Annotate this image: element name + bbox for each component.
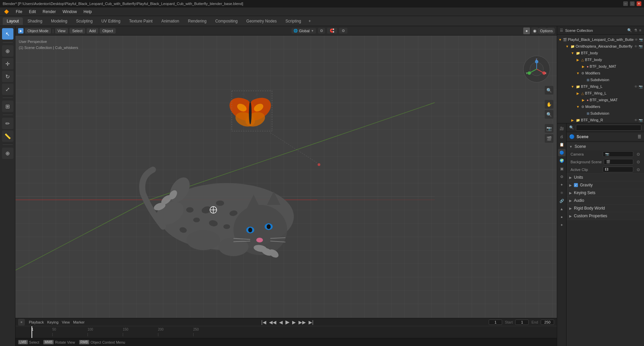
data-properties-icon[interactable]: ▲ [558, 205, 566, 213]
tab-shading[interactable]: Shading [23, 17, 46, 25]
object-properties-icon[interactable]: ▣ [558, 165, 566, 172]
view-layer-properties-icon[interactable]: 📋 [558, 141, 566, 148]
minimize-button[interactable]: ─ [623, 1, 628, 6]
select-menu[interactable]: Select [69, 28, 85, 34]
shaderfx-properties-icon[interactable]: ✦ [558, 221, 566, 229]
props-menu-icon[interactable]: ☰ [638, 134, 641, 139]
outliner-row-btf-wing-l-mesh[interactable]: ▶ △ BTF_Wing_L [557, 90, 644, 97]
rigid-body-world-section-header[interactable]: ▶ Rigid Body World [567, 205, 644, 212]
playback-menu[interactable]: Playback [28, 320, 45, 325]
row-cam-icon[interactable]: 📷 [639, 38, 643, 42]
menu-file[interactable]: File [14, 9, 23, 15]
audio-section-header[interactable]: ▶ Audio [567, 197, 644, 204]
gravity-checkbox[interactable]: ✓ [574, 183, 578, 187]
hand-tool[interactable]: ✋ [545, 100, 553, 109]
row-cam-icon[interactable]: 📷 [639, 45, 643, 48]
tab-layout[interactable]: Layout [3, 17, 23, 25]
gravity-section-header[interactable]: ▶ ✓ Gravity [567, 181, 644, 189]
particles-properties-icon[interactable]: ✦ [558, 181, 566, 188]
row-cam-icon[interactable]: 📷 [639, 118, 643, 122]
view-menu[interactable]: View [55, 28, 68, 34]
jump-start-btn[interactable]: |◀ [261, 319, 267, 326]
constraints-properties-icon[interactable]: 🔗 [558, 197, 566, 205]
prev-frame-btn[interactable]: ◀ [278, 319, 283, 326]
sidebar-measure-tool[interactable]: 📏 [2, 130, 13, 142]
outliner-search-icon[interactable]: 🔍 [627, 28, 632, 33]
add-workspace-button[interactable]: + [306, 17, 314, 25]
active-clip-value[interactable]: 🎞 [603, 167, 633, 172]
outliner-filter-icon[interactable]: ⚗ [634, 28, 637, 33]
outliner-row-btf-wings-mat[interactable]: ▶ ● BTF_wings_MAT [557, 97, 644, 103]
scene-section-header[interactable]: ▼ Scene [567, 143, 644, 150]
view-menu-timeline[interactable]: View [60, 320, 71, 325]
outliner-options-icon[interactable]: ≡ [639, 28, 641, 33]
proportional-edit-btn[interactable]: ⊙ [339, 28, 347, 34]
viewport-shading-solid[interactable]: ● [523, 27, 530, 34]
tab-rendering[interactable]: Rendering [184, 17, 210, 25]
tab-modeling[interactable]: Modeling [47, 17, 71, 25]
play-btn[interactable]: ▶ [285, 318, 290, 326]
row-eye-icon[interactable]: 👁 [634, 118, 638, 122]
menu-render[interactable]: Render [41, 9, 57, 15]
row-eye-icon[interactable]: 👁 [634, 45, 638, 48]
jump-end-btn[interactable]: ▶| [308, 319, 314, 326]
tab-compositing[interactable]: Compositing [211, 17, 242, 25]
material-properties-icon[interactable]: ● [558, 213, 566, 221]
jump-next-keyframe-btn[interactable]: ▶▶ [298, 319, 307, 326]
physics-properties-icon[interactable]: ⚛ [558, 189, 566, 196]
outliner-row-btf-wing-r[interactable]: ▶ 📁 BTF_Wing_R 👁 📷 [557, 117, 644, 123]
bg-scene-select-icon[interactable]: ⊙ [637, 160, 640, 164]
units-section-header[interactable]: ▶ Units [567, 174, 644, 181]
viewport-canvas[interactable]: User Perspective (1) Scene Collection | … [15, 36, 557, 318]
render-properties-icon[interactable]: 🎥 [558, 125, 566, 132]
sidebar-add-tool[interactable]: ⊕ [2, 148, 13, 159]
search-tool[interactable]: 🔍 [545, 86, 553, 95]
viewport-gizmo[interactable]: Z X Y [523, 56, 550, 82]
menu-window[interactable]: Window [61, 9, 78, 15]
outliner-row-btf-body-col[interactable]: ▼ 📁 BTF_body [557, 50, 644, 56]
outliner-row-btf-body-mesh[interactable]: ▶ △ BTF_body [557, 56, 644, 63]
sidebar-cursor-tool[interactable]: ⊕ [2, 45, 13, 57]
camera-view-tool[interactable]: 📷 [545, 124, 553, 133]
render-tool[interactable]: 🎬 [545, 134, 553, 143]
row-eye-icon[interactable]: 👁 [635, 38, 638, 42]
start-frame-field[interactable]: 1 [515, 320, 529, 325]
marker-menu[interactable]: Marker [72, 320, 86, 325]
outliner-row-btf-wing-l-col[interactable]: ▼ 📁 BTF_Wing_L 👁 📷 [557, 83, 644, 90]
viewport-shading-material[interactable]: ◉ [531, 27, 538, 34]
active-clip-select-icon[interactable]: ⊙ [637, 167, 640, 172]
outliner-row-scene-collection[interactable]: ▼ 🎬 Playful_Black_Leopard_Cub_with_Butte… [557, 36, 644, 43]
maximize-button[interactable]: □ [630, 1, 635, 6]
outliner-row-modifiers-1[interactable]: ▼ ⚙ Modifiers [557, 70, 644, 76]
sidebar-rotate-tool[interactable]: ↻ [2, 71, 13, 82]
sidebar-scale-tool[interactable]: ⤢ [2, 83, 13, 95]
timeline-menu-icon[interactable]: ≡ [18, 319, 25, 326]
tab-texture-paint[interactable]: Texture Paint [125, 17, 157, 25]
keying-sets-section-header[interactable]: ▶ Keying Sets [567, 189, 644, 196]
menu-edit[interactable]: Edit [28, 9, 37, 15]
camera-select-icon[interactable]: ⊙ [637, 152, 640, 157]
bg-scene-value[interactable]: 🎬 [604, 159, 633, 165]
tab-animation[interactable]: Animation [157, 17, 183, 25]
transform-pivot-btn[interactable]: ⊙ [318, 28, 325, 34]
window-controls[interactable]: ─ □ ✕ [623, 1, 641, 6]
outliner-row-subdivision-1[interactable]: ⊞ Subdivision [557, 76, 644, 83]
scene-properties-icon[interactable]: 🔵 [558, 149, 566, 156]
object-mode-dropdown[interactable]: Object Mode [25, 28, 51, 34]
snap-btn[interactable]: 🧲 [327, 28, 337, 34]
viewport-options-button[interactable]: Options [538, 28, 555, 34]
jump-prev-keyframe-btn[interactable]: ◀◀ [268, 319, 277, 326]
object-menu[interactable]: Object [100, 28, 116, 34]
menu-help[interactable]: Help [82, 9, 93, 15]
outliner-row-ornithoptera[interactable]: ▼ 📁 Ornithoptera_Alexandrae_Butterfly 👁 … [557, 43, 644, 50]
properties-search-input[interactable] [576, 125, 641, 131]
menu-blender[interactable]: 🔶 [3, 9, 10, 15]
tab-sculpting[interactable]: Sculpting [72, 17, 97, 25]
sidebar-transform-tool[interactable]: ⊞ [2, 101, 13, 112]
current-frame-field[interactable]: 1 [489, 320, 502, 325]
tab-uv-editing[interactable]: UV Editing [97, 17, 124, 25]
outliner-row-modifiers-2[interactable]: ▼ ⚙ Modifiers [557, 103, 644, 110]
custom-properties-section-header[interactable]: ▶ Custom Properties [567, 212, 644, 220]
zoom-tool[interactable]: 🔍 [545, 110, 553, 119]
world-properties-icon[interactable]: 🌍 [558, 157, 566, 164]
